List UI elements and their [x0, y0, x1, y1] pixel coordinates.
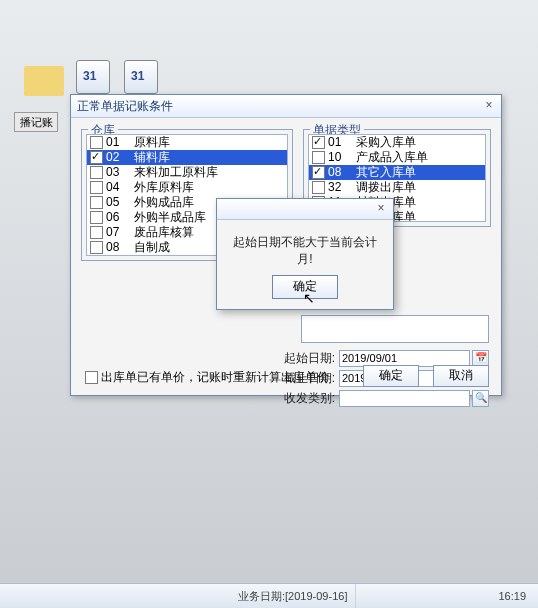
- recalc-price-option[interactable]: 出库单已有单价，记账时重新计算出库单价: [85, 369, 329, 386]
- item-code: 05: [106, 195, 134, 210]
- item-name: 辅料库: [134, 150, 170, 165]
- desktop: 播记账 正常单据记账条件 × 仓库 01原料库02辅料库03来料加工原料库04外…: [0, 0, 538, 608]
- calendar-picker-icon[interactable]: 📅: [472, 350, 489, 367]
- checkbox-icon[interactable]: [85, 371, 98, 384]
- item-name: 自制成: [134, 240, 170, 255]
- business-date-value: [2019-09-16]: [285, 590, 347, 602]
- button-bar: 确定 取消: [363, 365, 489, 387]
- list-item[interactable]: 08其它入库单: [309, 165, 485, 180]
- item-code: 10: [328, 150, 356, 165]
- recalc-price-label: 出库单已有单价，记账时重新计算出库单价: [101, 369, 329, 386]
- item-name: 产成品入库单: [356, 150, 428, 165]
- alert-titlebar: ×: [217, 199, 393, 220]
- close-icon[interactable]: ×: [373, 201, 389, 215]
- category-input[interactable]: [339, 390, 470, 407]
- item-name: 外库原料库: [134, 180, 194, 195]
- start-date-label: 起始日期:: [279, 350, 339, 367]
- taskbar: 业务日期: [2019-09-16] 16:19: [0, 583, 538, 608]
- item-code: 09: [106, 255, 134, 256]
- checkbox-icon[interactable]: [90, 166, 103, 179]
- ok-button[interactable]: 确定: [363, 365, 419, 387]
- category-label: 收发类别:: [279, 390, 339, 407]
- list-item[interactable]: 01采购入库单: [309, 135, 485, 150]
- alert-message: 起始日期不能大于当前会计月!: [217, 220, 393, 282]
- checkbox-icon[interactable]: [312, 136, 325, 149]
- item-name: 调拨出库单: [356, 180, 416, 195]
- item-code: 08: [328, 165, 356, 180]
- titlebar: 正常单据记账条件 ×: [71, 95, 501, 118]
- checkbox-icon[interactable]: [312, 181, 325, 194]
- business-date: 业务日期: [2019-09-16]: [230, 584, 356, 608]
- item-code: 06: [106, 210, 134, 225]
- list-item[interactable]: 04外库原料库: [87, 180, 287, 195]
- checkbox-icon[interactable]: [90, 241, 103, 254]
- item-code: 03: [106, 165, 134, 180]
- start-date-input[interactable]: 2019/09/01: [339, 350, 470, 367]
- list-item[interactable]: 01原料库: [87, 135, 287, 150]
- checkbox-icon[interactable]: [90, 196, 103, 209]
- item-code: 08: [106, 240, 134, 255]
- item-code: 01: [106, 135, 134, 150]
- close-icon[interactable]: ×: [481, 98, 497, 112]
- lookup-icon[interactable]: 🔍: [472, 390, 489, 407]
- filter-box: [301, 315, 489, 343]
- item-code: 01: [328, 135, 356, 150]
- alert-ok-button[interactable]: 确定: [272, 275, 338, 299]
- item-code: 32: [328, 180, 356, 195]
- item-code: 07: [106, 225, 134, 240]
- item-code: 04: [106, 180, 134, 195]
- checkbox-icon[interactable]: [90, 211, 103, 224]
- business-date-label: 业务日期:: [238, 589, 285, 604]
- alert-dialog: × 起始日期不能大于当前会计月! 确定: [216, 198, 394, 310]
- item-code: 02: [106, 150, 134, 165]
- list-item[interactable]: 03来料加工原料库: [87, 165, 287, 180]
- list-item[interactable]: 02辅料库: [87, 150, 287, 165]
- item-name: 原料库: [134, 135, 170, 150]
- checkbox-icon[interactable]: [312, 166, 325, 179]
- item-name: 来料加: [134, 255, 170, 256]
- side-label[interactable]: 播记账: [14, 112, 58, 132]
- item-name: 外购半成品库: [134, 210, 206, 225]
- window-title: 正常单据记账条件: [77, 99, 173, 113]
- checkbox-icon[interactable]: [90, 151, 103, 164]
- checkbox-icon[interactable]: [90, 181, 103, 194]
- item-name: 其它入库单: [356, 165, 416, 180]
- checkbox-icon[interactable]: [90, 136, 103, 149]
- list-item[interactable]: 10产成品入库单: [309, 150, 485, 165]
- item-name: 采购入库单: [356, 135, 416, 150]
- checkbox-icon[interactable]: [312, 151, 325, 164]
- cancel-button[interactable]: 取消: [433, 365, 489, 387]
- item-name: 废品库核算: [134, 225, 194, 240]
- checkbox-icon[interactable]: [90, 226, 103, 239]
- item-name: 外购成品库: [134, 195, 194, 210]
- item-name: 来料加工原料库: [134, 165, 218, 180]
- folder-icon[interactable]: [24, 66, 64, 96]
- list-item[interactable]: 32调拨出库单: [309, 180, 485, 195]
- clock: 16:19: [486, 590, 538, 602]
